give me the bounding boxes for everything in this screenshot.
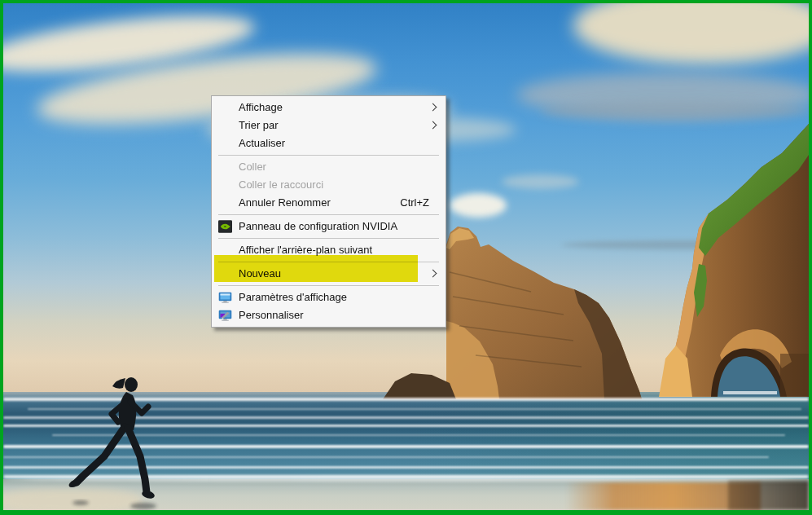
submenu-arrow-icon: [429, 103, 437, 112]
menu-item-actualiser[interactable]: Actualiser: [212, 134, 446, 152]
desktop-wallpaper[interactable]: Affichage Trier par Actualiser Coller Co…: [3, 3, 809, 510]
menu-item-affichage[interactable]: Affichage: [212, 99, 446, 117]
menu-item-annuler-renommer[interactable]: Annuler Renommer Ctrl+Z: [212, 194, 446, 212]
menu-item-label: Afficher l'arrière-plan suivant: [239, 244, 372, 256]
shortcut-label: Ctrl+Z: [400, 194, 429, 212]
menu-item-label: Trier par: [239, 119, 279, 131]
submenu-arrow-icon: [429, 270, 437, 278]
menu-separator: [218, 155, 439, 156]
personalize-icon: [218, 309, 232, 322]
context-menu: Affichage Trier par Actualiser Coller Co…: [211, 95, 446, 328]
menu-separator: [218, 214, 439, 215]
menu-item-label: Annuler Renommer: [239, 196, 331, 209]
menu-item-panneau-nvidia[interactable]: Panneau de configuration NVIDIA: [212, 218, 446, 235]
display-settings-icon: [218, 291, 232, 304]
menu-item-personnaliser[interactable]: Personnaliser: [212, 306, 446, 324]
nvidia-icon: [218, 220, 232, 233]
menu-item-label: Panneau de configuration NVIDIA: [239, 220, 397, 232]
screenshot-green-border: Affichage Trier par Actualiser Coller Co…: [0, 0, 812, 515]
menu-item-label: Actualiser: [239, 137, 285, 149]
submenu-arrow-icon: [429, 121, 437, 130]
menu-item-trier-par[interactable]: Trier par: [212, 117, 446, 134]
menu-item-label: Coller: [239, 161, 266, 173]
menu-separator: [218, 238, 439, 239]
menu-item-coller[interactable]: Coller: [212, 158, 446, 176]
menu-separator: [218, 285, 439, 286]
menu-item-label: Personnaliser: [239, 309, 304, 321]
menu-item-parametres-affichage[interactable]: Paramètres d'affichage: [212, 288, 446, 306]
menu-item-label: Coller le raccourci: [239, 178, 323, 191]
menu-item-label: Affichage: [239, 101, 283, 113]
annotation-highlight-nouveau: [214, 255, 418, 282]
menu-item-coller-raccourci[interactable]: Coller le raccourci: [212, 176, 446, 194]
menu-item-label: Paramètres d'affichage: [239, 291, 347, 303]
